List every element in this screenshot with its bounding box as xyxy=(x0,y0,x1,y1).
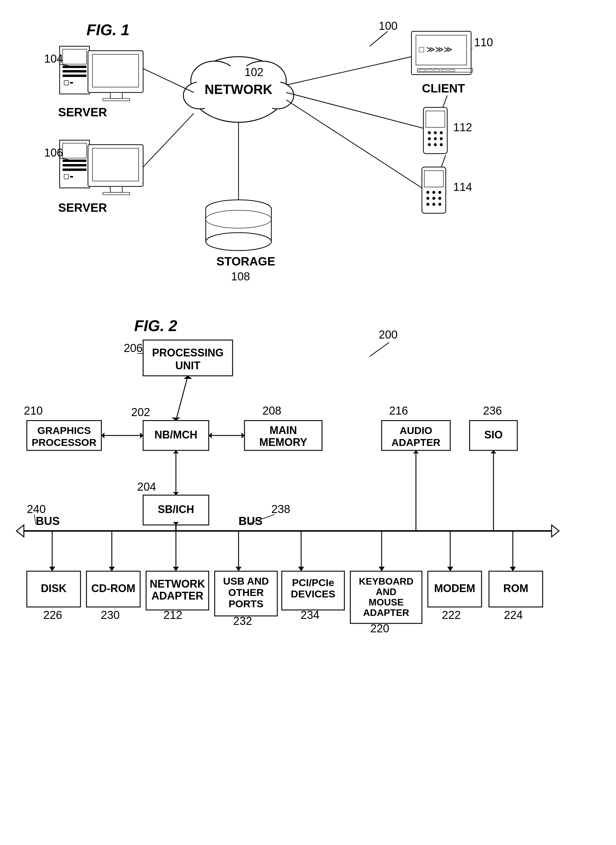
svg-rect-45 xyxy=(426,69,432,72)
svg-rect-171 xyxy=(146,571,209,610)
svg-text:206: 206 xyxy=(124,342,142,354)
svg-text:USB AND: USB AND xyxy=(223,575,269,587)
svg-rect-41 xyxy=(411,31,471,75)
svg-point-62 xyxy=(434,137,437,140)
svg-rect-6 xyxy=(64,81,69,85)
svg-marker-160 xyxy=(510,567,516,571)
svg-line-40 xyxy=(143,113,194,167)
svg-text:NETWORK: NETWORK xyxy=(150,578,205,590)
svg-text:216: 216 xyxy=(389,404,408,417)
svg-point-33 xyxy=(261,82,294,109)
svg-rect-15 xyxy=(60,140,89,188)
svg-point-64 xyxy=(428,143,431,146)
svg-point-79 xyxy=(438,203,441,206)
svg-text:ADAPTER: ADAPTER xyxy=(151,590,203,602)
svg-text:222: 222 xyxy=(442,609,461,621)
svg-marker-152 xyxy=(236,567,242,571)
svg-line-13 xyxy=(60,64,69,66)
svg-point-75 xyxy=(432,197,435,200)
svg-rect-101 xyxy=(143,420,209,450)
svg-rect-3 xyxy=(63,66,87,68)
svg-rect-23 xyxy=(92,148,139,181)
svg-rect-20 xyxy=(64,175,69,179)
svg-text:PORTS: PORTS xyxy=(229,598,263,609)
svg-line-142 xyxy=(248,514,274,524)
svg-line-70 xyxy=(441,155,446,167)
svg-rect-96 xyxy=(143,340,233,376)
svg-text:NETWORK: NETWORK xyxy=(205,82,273,97)
svg-line-82 xyxy=(286,93,423,128)
svg-text:AND: AND xyxy=(376,586,396,597)
svg-rect-21 xyxy=(70,176,73,178)
svg-rect-42 xyxy=(416,35,466,65)
svg-marker-146 xyxy=(49,567,55,571)
svg-text:200: 200 xyxy=(379,328,397,341)
svg-point-65 xyxy=(434,143,437,146)
svg-marker-136 xyxy=(551,525,559,537)
svg-text:PROCESSOR: PROCESSOR xyxy=(32,436,96,448)
svg-text:234: 234 xyxy=(301,609,319,621)
svg-line-54 xyxy=(370,31,387,46)
svg-text:226: 226 xyxy=(43,609,62,621)
svg-marker-144 xyxy=(173,522,179,525)
svg-text:106: 106 xyxy=(44,147,63,159)
svg-rect-193 xyxy=(489,571,543,607)
svg-point-76 xyxy=(438,197,441,200)
svg-marker-162 xyxy=(413,450,419,453)
svg-line-27 xyxy=(60,158,69,160)
svg-marker-156 xyxy=(379,567,385,571)
svg-marker-148 xyxy=(109,567,115,571)
svg-marker-119 xyxy=(101,432,104,438)
svg-text:236: 236 xyxy=(483,404,502,417)
svg-rect-44 xyxy=(419,69,425,72)
svg-text:MOUSE: MOUSE xyxy=(368,597,403,608)
svg-rect-47 xyxy=(441,69,447,72)
svg-point-78 xyxy=(432,203,435,206)
svg-point-61 xyxy=(428,137,431,140)
svg-point-63 xyxy=(440,137,443,140)
svg-point-89 xyxy=(206,210,271,228)
svg-line-95 xyxy=(370,342,389,356)
svg-text:208: 208 xyxy=(263,404,281,417)
svg-rect-131 xyxy=(469,420,517,450)
svg-text:□ ≫≫≫: □ ≫≫≫ xyxy=(419,45,452,54)
svg-text:KEYBOARD: KEYBOARD xyxy=(359,576,413,587)
svg-marker-126 xyxy=(173,492,179,495)
svg-text:108: 108 xyxy=(231,270,250,283)
svg-rect-46 xyxy=(434,69,440,72)
svg-rect-184 xyxy=(351,571,422,623)
svg-text:FIG. 2: FIG. 2 xyxy=(134,317,177,334)
svg-rect-168 xyxy=(87,571,140,607)
svg-text:GRAPHICS: GRAPHICS xyxy=(37,425,91,436)
svg-text:240: 240 xyxy=(27,503,45,516)
svg-text:PCI/PCIe: PCI/PCIe xyxy=(292,577,334,588)
svg-text:NB/MCH: NB/MCH xyxy=(154,429,197,441)
svg-rect-18 xyxy=(63,164,87,166)
svg-point-58 xyxy=(428,131,431,134)
svg-text:DEVICES: DEVICES xyxy=(291,588,335,600)
svg-line-104 xyxy=(176,376,188,420)
svg-rect-11 xyxy=(103,98,130,101)
svg-rect-1 xyxy=(60,46,89,94)
svg-point-34 xyxy=(197,66,280,119)
svg-marker-158 xyxy=(447,567,453,571)
svg-point-36 xyxy=(239,67,280,100)
svg-rect-48 xyxy=(449,69,455,72)
svg-rect-8 xyxy=(88,51,143,93)
svg-rect-9 xyxy=(92,54,139,87)
svg-text:100: 100 xyxy=(379,20,397,32)
svg-text:202: 202 xyxy=(131,406,150,419)
svg-point-73 xyxy=(438,191,441,194)
svg-rect-107 xyxy=(245,420,322,450)
svg-text:212: 212 xyxy=(163,609,182,621)
svg-rect-56 xyxy=(426,111,445,127)
svg-point-88 xyxy=(206,233,271,251)
svg-line-57 xyxy=(443,96,447,107)
svg-text:204: 204 xyxy=(137,481,156,493)
svg-text:MODEM: MODEM xyxy=(434,582,475,594)
svg-rect-5 xyxy=(63,75,87,77)
svg-point-29 xyxy=(191,57,286,122)
svg-rect-43 xyxy=(417,69,472,72)
svg-rect-19 xyxy=(63,169,87,171)
svg-line-81 xyxy=(286,57,411,85)
